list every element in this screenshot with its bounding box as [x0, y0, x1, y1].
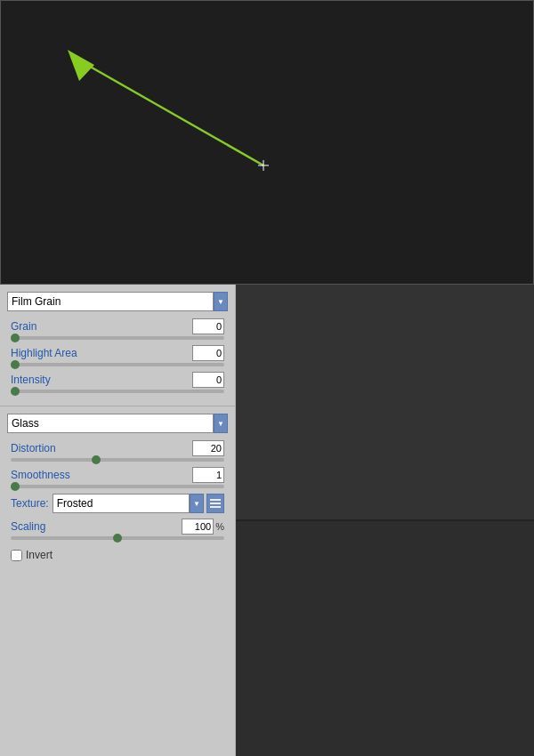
intensity-slider-thumb[interactable]: [11, 387, 20, 396]
scaling-slider-track[interactable]: [11, 536, 224, 540]
scaling-slider-thumb[interactable]: [113, 534, 122, 543]
texture-value: Frosted: [57, 497, 93, 510]
film-grain-dropdown[interactable]: Film Grain: [7, 292, 214, 311]
canvas-svg: [1, 1, 533, 284]
menu-lines-icon: [208, 496, 222, 511]
grain-slider-thumb[interactable]: [11, 334, 20, 342]
grain-row: Grain: [7, 318, 228, 334]
texture-dropdown[interactable]: Frosted: [53, 494, 190, 513]
scaling-unit: %: [215, 521, 224, 532]
smoothness-slider-row: [7, 485, 228, 488]
intensity-slider-row: [7, 390, 228, 393]
scaling-row: Scaling %: [7, 519, 228, 535]
texture-label: Texture:: [11, 497, 49, 510]
highlight-area-label: Highlight Area: [11, 347, 192, 359]
invert-label: Invert: [26, 549, 53, 561]
right-panel: [236, 285, 534, 756]
distortion-input[interactable]: [192, 440, 224, 456]
film-grain-header: Film Grain: [7, 292, 228, 311]
smoothness-slider-thumb[interactable]: [11, 482, 20, 491]
scaling-input[interactable]: [182, 519, 214, 535]
svg-marker-1: [68, 50, 94, 81]
distortion-slider-row: [7, 458, 228, 462]
scaling-slider-row: [7, 536, 228, 540]
grain-slider-row: [7, 336, 228, 340]
intensity-row: Intensity: [7, 372, 228, 388]
left-panel: Film Grain Grain Highlight Area: [0, 285, 236, 756]
highlight-area-input[interactable]: [192, 345, 224, 361]
highlight-slider-track[interactable]: [11, 363, 224, 366]
distortion-slider-thumb[interactable]: [92, 455, 101, 464]
glass-dropdown-arrow[interactable]: [214, 414, 228, 433]
smoothness-input[interactable]: [192, 467, 224, 483]
highlight-slider-row: [7, 363, 228, 366]
texture-row: Texture: Frosted: [7, 494, 228, 513]
canvas-area: [0, 0, 534, 285]
film-grain-dropdown-arrow[interactable]: [214, 292, 228, 311]
grain-label: Grain: [11, 320, 192, 333]
glass-header: Glass: [7, 414, 228, 433]
intensity-label: Intensity: [11, 374, 192, 386]
scaling-label: Scaling: [11, 520, 182, 533]
texture-menu-button[interactable]: [206, 494, 224, 513]
invert-checkbox[interactable]: [11, 550, 22, 561]
svg-line-0: [81, 61, 263, 165]
film-grain-section: Film Grain Grain Highlight Area: [0, 285, 235, 406]
smoothness-slider-track[interactable]: [11, 485, 224, 488]
glass-dropdown[interactable]: Glass: [7, 414, 214, 433]
distortion-label: Distortion: [11, 442, 192, 454]
distortion-row: Distortion: [7, 440, 228, 456]
right-bottom-preview: [236, 521, 534, 756]
highlight-area-row: Highlight Area: [7, 345, 228, 361]
invert-row: Invert: [7, 545, 228, 565]
glass-label: Glass: [12, 417, 39, 430]
smoothness-row: Smoothness: [7, 467, 228, 483]
distortion-slider-track[interactable]: [11, 458, 224, 462]
right-top-preview: [236, 285, 534, 521]
intensity-input[interactable]: [192, 372, 224, 388]
film-grain-label: Film Grain: [12, 295, 61, 308]
grain-slider-track[interactable]: [11, 336, 224, 340]
highlight-slider-thumb[interactable]: [11, 360, 20, 369]
grain-input[interactable]: [192, 318, 224, 334]
glass-section: Glass Distortion Smoothness: [0, 406, 235, 572]
intensity-slider-track[interactable]: [11, 390, 224, 393]
texture-dropdown-arrow[interactable]: [190, 494, 204, 513]
smoothness-label: Smoothness: [11, 469, 192, 481]
